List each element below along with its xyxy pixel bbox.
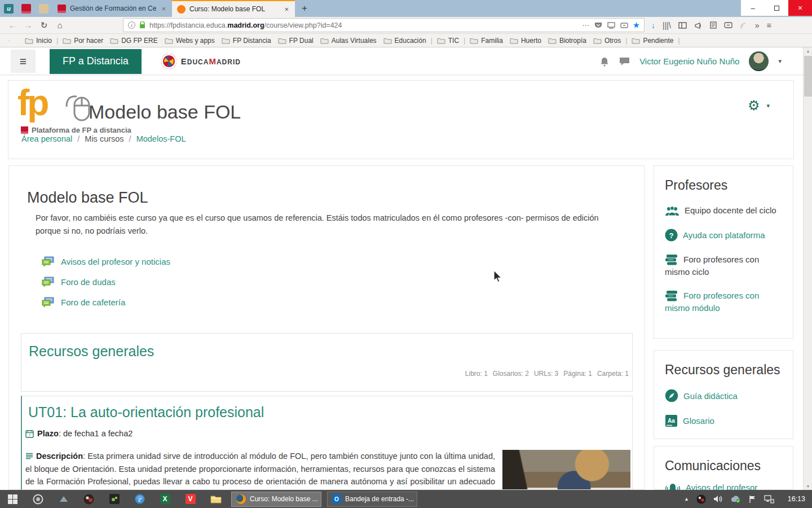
- tab-close-icon[interactable]: ×: [283, 5, 290, 14]
- new-tab-button[interactable]: +: [295, 0, 314, 17]
- tab-curso-modelo-base[interactable]: Curso: Modelo base FOL ×: [172, 0, 295, 17]
- notes-icon[interactable]: [710, 21, 717, 29]
- course-intro-text: Por favor, no cambiéis este curso ya que…: [36, 212, 612, 237]
- taskbar-window-firefox[interactable]: Curso: Modelo base ...: [231, 492, 321, 507]
- scroll-up-icon[interactable]: ▲: [804, 49, 812, 53]
- volume-icon[interactable]: [713, 495, 723, 503]
- breadcrumb-separator: /: [77, 134, 80, 143]
- forum-item-cafeteria[interactable]: Foro de cafetería: [42, 296, 170, 309]
- taskbar-cortana-icon[interactable]: [25, 490, 51, 508]
- tray-expand-icon[interactable]: ▲: [684, 496, 689, 502]
- tray-obs-icon[interactable]: [696, 494, 706, 504]
- overflow-icon[interactable]: »: [755, 21, 760, 30]
- site-info-icon[interactable]: i: [128, 21, 135, 29]
- action-center-flag-icon[interactable]: [748, 495, 757, 503]
- scroll-down-icon[interactable]: ▼: [804, 484, 812, 488]
- library-icon[interactable]: |||\: [663, 21, 671, 30]
- pinned-tab-3[interactable]: [35, 0, 52, 17]
- settings-caret-icon[interactable]: ▾: [766, 102, 770, 110]
- sidebar-item-foro-mismo-ciclo[interactable]: Foro profesores con mismo ciclo: [665, 253, 782, 278]
- page-actions-icon[interactable]: ⋯: [582, 21, 589, 29]
- excel-icon: X: [160, 494, 170, 504]
- start-button[interactable]: [0, 490, 25, 508]
- bookmark-folder-tic[interactable]: TIC: [434, 37, 462, 45]
- forum-link[interactable]: Foro de dudas: [61, 277, 116, 287]
- forum-icon: [42, 297, 55, 308]
- page-scrollbar[interactable]: ▲ ▼: [803, 47, 812, 490]
- breadcrumb-area-personal[interactable]: Área personal: [21, 134, 72, 143]
- forum-item-avisos[interactable]: Avisos del profesor y noticias: [42, 255, 170, 268]
- gear-icon[interactable]: ⚙: [748, 98, 760, 113]
- bookmark-folder-educacion[interactable]: Educación: [380, 37, 430, 45]
- taskbar-app-icon-5[interactable]: [102, 490, 127, 508]
- campaign-icon[interactable]: [694, 22, 703, 29]
- taskbar-excel-icon[interactable]: X: [152, 490, 178, 508]
- bookmark-folder-aulas-virtuales[interactable]: Aulas Virtuales: [317, 37, 380, 45]
- bookmark-folder-dg-fp-ere[interactable]: DG FP ERE: [107, 37, 161, 45]
- close-button[interactable]: ×: [788, 0, 812, 16]
- breadcrumb-modelos-fol[interactable]: Modelos-FOL: [136, 134, 186, 143]
- history-icon[interactable]: [14, 37, 21, 45]
- address-bar[interactable]: i https://fpdistancia.educa.madrid.org/c…: [123, 18, 645, 32]
- messages-icon[interactable]: [619, 57, 630, 66]
- minimize-button[interactable]: –: [741, 0, 765, 16]
- tab-gestion-formacion[interactable]: Gestión de Formación en Cen ×: [52, 0, 172, 17]
- pinned-tab-2[interactable]: [17, 0, 35, 17]
- network-icon[interactable]: [764, 495, 774, 503]
- bookmark-folder-webs-y-apps[interactable]: Webs y apps: [161, 37, 218, 45]
- sidebar-item-guia-didactica[interactable]: Guía didáctica: [665, 389, 782, 402]
- bookmark-folder-biotropia[interactable]: Biotropía: [545, 37, 590, 45]
- bookmark-folder-familia[interactable]: Familia: [466, 37, 506, 45]
- rss-icon[interactable]: [740, 22, 748, 29]
- pinned-tab-1[interactable]: u: [0, 0, 17, 17]
- notifications-bell-icon[interactable]: [599, 56, 610, 67]
- bookmark-folder-otros[interactable]: Otros: [590, 37, 624, 45]
- scrollbar-thumb[interactable]: [804, 56, 812, 97]
- home-icon[interactable]: ⌂: [52, 20, 68, 30]
- user-avatar[interactable]: [749, 51, 769, 71]
- onedrive-cloud-icon[interactable]: [730, 495, 741, 503]
- shortcuts-icon[interactable]: [724, 22, 732, 28]
- bookmark-folder-inicio[interactable]: Inicio: [21, 37, 55, 45]
- bookmark-folder-por-hacer[interactable]: Por hacer: [59, 37, 107, 45]
- forum-item-dudas[interactable]: Foro de dudas: [42, 275, 170, 288]
- restore-button[interactable]: [765, 0, 788, 16]
- link-icon[interactable]: [620, 23, 628, 28]
- bookmark-folder-fp-distancia[interactable]: FP Distancia: [218, 37, 275, 45]
- taskbar-obs-icon[interactable]: [76, 490, 102, 508]
- menu-icon[interactable]: ≡: [767, 21, 771, 30]
- taskbar-window-outlook[interactable]: O Bandeja de entrada -...: [327, 492, 417, 507]
- url-text[interactable]: https://fpdistancia.educa.madrid.org/cou…: [149, 21, 578, 29]
- sidebar-item-glosario[interactable]: AaGlosario: [665, 414, 782, 427]
- side-drawer-toggle[interactable]: ≡: [11, 50, 36, 73]
- bookmark-star-icon[interactable]: ★: [633, 21, 639, 29]
- reload-icon[interactable]: ↻: [36, 20, 52, 30]
- bookmark-folder-fp-dual[interactable]: FP Dual: [275, 37, 317, 45]
- forward-icon[interactable]: →: [20, 20, 36, 30]
- forum-link[interactable]: Avisos del profesor y noticias: [61, 257, 170, 266]
- screenshot-icon[interactable]: [607, 22, 615, 29]
- pocket-icon[interactable]: [594, 22, 602, 29]
- taskbar-ie-icon[interactable]: e: [127, 490, 152, 508]
- sidebar-toggle-icon[interactable]: [678, 22, 687, 29]
- taskbar-clock[interactable]: 16:13: [782, 495, 805, 503]
- taskbar-file-explorer-icon[interactable]: [203, 490, 228, 508]
- taskbar-vivaldi-icon[interactable]: V: [178, 490, 203, 508]
- bookmark-folder-pendiente[interactable]: Pendiente: [628, 37, 677, 45]
- forum-link[interactable]: Foro de cafetería: [61, 297, 125, 307]
- bookmark-folder-huerto[interactable]: Huerto: [506, 37, 545, 45]
- sidebar-item-equipo-docente[interactable]: Equipo docente del ciclo: [665, 204, 782, 217]
- educamadrid-logo[interactable]: EDUCAMADRID: [161, 54, 241, 69]
- taskbar-app-icon-3[interactable]: [51, 490, 76, 508]
- user-menu-caret-icon[interactable]: ▾: [778, 58, 782, 65]
- person-icon[interactable]: [5, 37, 14, 44]
- sidebar-item-ayuda-plataforma[interactable]: ?Ayuda con plataforma: [665, 229, 782, 242]
- sidebar-item-foro-mismo-modulo[interactable]: Foro profesores con mismo módulo: [665, 290, 782, 314]
- user-menu-name[interactable]: Victor Eugenio Nuño Nuño: [639, 56, 739, 66]
- tab-close-icon[interactable]: ×: [160, 5, 167, 13]
- bookmark-label: Otros: [604, 37, 621, 45]
- back-icon[interactable]: ←: [5, 20, 20, 30]
- download-icon[interactable]: ↓: [651, 21, 655, 30]
- site-home-button[interactable]: FP a Distancia: [50, 49, 142, 74]
- breadcrumb-mis-cursos[interactable]: Mis cursos: [85, 134, 123, 143]
